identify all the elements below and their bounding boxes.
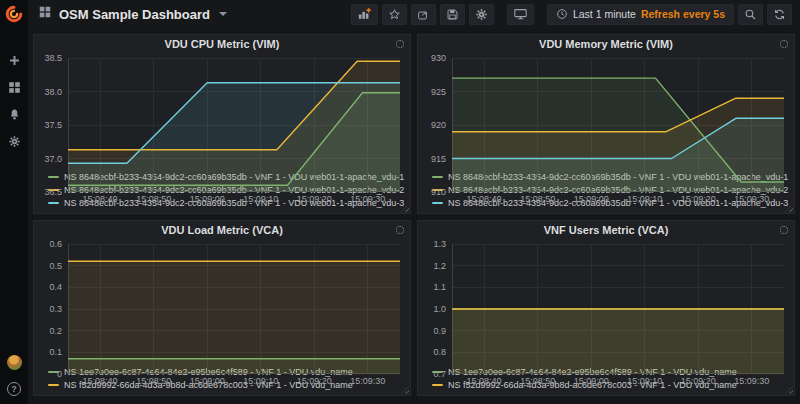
y-tick-label: 1.3 — [418, 239, 446, 249]
sidebar-bottom: ? — [7, 355, 22, 396]
star-button[interactable] — [382, 4, 407, 25]
grafana-app: ? OSM Sample Dashboard — [0, 0, 800, 404]
x-tick-label: 15:09:30 — [344, 376, 392, 386]
y-tick-label: 0.3 — [34, 304, 62, 314]
series-fill — [68, 83, 400, 192]
x-tick-label: 15:09:00 — [567, 194, 615, 204]
loading-spinner-icon — [396, 40, 404, 48]
y-tick-label: 925 — [418, 87, 446, 97]
y-tick-label: 930 — [418, 53, 446, 63]
time-range-label: Last 1 minute — [573, 8, 636, 20]
help-icon[interactable]: ? — [7, 382, 21, 396]
chart-plot[interactable] — [68, 244, 400, 348]
top-navbar: OSM Sample Dashboard — [28, 0, 800, 28]
x-tick-label: 15:09:20 — [290, 194, 338, 204]
tv-mode-button[interactable] — [507, 4, 534, 25]
panel-vdu-cpu-metric: VDU CPU Metric (VIM) 36.537.037.538.038.… — [33, 34, 411, 214]
y-tick-label: 37.0 — [34, 154, 62, 164]
x-tick-label: 15:08:50 — [130, 376, 178, 386]
chart-area: 00.10.20.30.40.50.615:08:4015:08:5015:09… — [34, 240, 410, 364]
chart-plot[interactable] — [452, 58, 784, 153]
legend-series-swatch — [48, 176, 59, 178]
panel-title[interactable]: VNF Users Metric (VCA) — [418, 221, 794, 240]
share-button[interactable] — [411, 4, 436, 25]
legend-series-swatch — [432, 176, 443, 178]
legend-series-swatch — [432, 202, 443, 204]
x-tick-label: 15:08:50 — [130, 194, 178, 204]
x-tick-label: 15:09:20 — [674, 376, 722, 386]
y-tick-label: 1.0 — [418, 304, 446, 314]
chart-plot[interactable] — [68, 58, 400, 153]
x-tick-label: 15:09:10 — [621, 376, 669, 386]
x-tick-label: 15:09:30 — [728, 376, 776, 386]
y-tick-label: 0.9 — [418, 326, 446, 336]
legend-series-swatch — [48, 202, 59, 204]
chart-plot[interactable] — [452, 244, 784, 348]
x-tick-label: 15:09:10 — [237, 376, 285, 386]
refresh-button[interactable] — [767, 4, 792, 25]
zoom-out-button[interactable] — [738, 4, 763, 25]
panel-vdu-load-metric: VDU Load Metric (VCA) 00.10.20.30.40.50.… — [33, 220, 411, 396]
x-tick-label: 15:08:40 — [460, 376, 508, 386]
y-tick-label: 36.5 — [34, 187, 62, 197]
chart-svg — [452, 244, 784, 374]
panel-title[interactable]: VDU CPU Metric (VIM) — [34, 35, 410, 54]
add-panel-button[interactable] — [351, 4, 378, 25]
x-tick-label: 15:09:30 — [344, 194, 392, 204]
settings-gear-button[interactable] — [469, 4, 494, 25]
dashboard-title: OSM Sample Dashboard — [59, 7, 210, 22]
y-tick-label: 920 — [418, 120, 446, 130]
dashboards-grid-icon[interactable] — [7, 80, 21, 94]
save-button[interactable] — [440, 4, 465, 25]
panel-title[interactable]: VDU Memory Metric (VIM) — [418, 35, 794, 54]
alerting-bell-icon[interactable] — [7, 107, 21, 121]
clock-icon — [556, 8, 568, 20]
y-tick-label: 0.5 — [34, 261, 62, 271]
x-tick-label: 15:09:00 — [183, 376, 231, 386]
legend-series-swatch — [432, 384, 443, 386]
x-tick-label: 15:09:10 — [621, 194, 669, 204]
grafana-logo[interactable] — [5, 5, 23, 27]
sidebar: ? — [0, 0, 28, 404]
dashboard-picker[interactable]: OSM Sample Dashboard — [38, 5, 227, 23]
chart-svg — [68, 58, 400, 192]
x-tick-label: 15:08:40 — [76, 376, 124, 386]
y-tick-label: 0.2 — [34, 326, 62, 336]
series-fill — [68, 261, 400, 374]
x-tick-label: 15:09:30 — [728, 194, 776, 204]
panel-vnf-users-metric: VNF Users Metric (VCA) 0.70.80.91.01.11.… — [417, 220, 795, 396]
y-tick-label: 1.1 — [418, 282, 446, 292]
series-fill — [452, 309, 784, 374]
y-tick-label: 37.5 — [34, 120, 62, 130]
chart-area: 0.70.80.91.01.11.21.315:08:4015:08:5015:… — [418, 240, 794, 364]
y-tick-label: 0 — [34, 369, 62, 379]
x-tick-label: 15:09:10 — [237, 194, 285, 204]
x-tick-label: 15:08:40 — [460, 194, 508, 204]
chart-area: 36.537.037.538.038.515:08:4015:08:5015:0… — [34, 54, 410, 169]
main-area: OSM Sample Dashboard — [28, 0, 800, 404]
y-tick-label: 1.2 — [418, 261, 446, 271]
panel-title[interactable]: VDU Load Metric (VCA) — [34, 221, 410, 240]
navbar-actions: Last 1 minute Refresh every 5s — [351, 4, 792, 25]
y-tick-label: 910 — [418, 187, 446, 197]
time-picker-button[interactable]: Last 1 minute Refresh every 5s — [547, 4, 734, 25]
sidebar-nav — [7, 53, 21, 148]
user-avatar[interactable] — [7, 355, 22, 370]
loading-spinner-icon — [780, 226, 788, 234]
chart-svg — [68, 244, 400, 374]
caret-down-icon — [219, 12, 227, 16]
x-tick-label: 15:09:00 — [567, 376, 615, 386]
y-tick-label: 38.5 — [34, 53, 62, 63]
x-tick-label: 15:08:50 — [514, 376, 562, 386]
loading-spinner-icon — [780, 40, 788, 48]
chart-area: 91091592092593015:08:4015:08:5015:09:001… — [418, 54, 794, 169]
y-tick-label: 0.6 — [34, 239, 62, 249]
chart-svg — [452, 58, 784, 192]
panel-vdu-memory-metric: VDU Memory Metric (VIM) 9109159209259301… — [417, 34, 795, 214]
configuration-gear-icon[interactable] — [7, 134, 21, 148]
loading-spinner-icon — [396, 226, 404, 234]
refresh-interval-label: Refresh every 5s — [641, 8, 725, 20]
create-plus-icon[interactable] — [7, 53, 21, 67]
legend-series-swatch — [48, 384, 59, 386]
y-tick-label: 915 — [418, 154, 446, 164]
